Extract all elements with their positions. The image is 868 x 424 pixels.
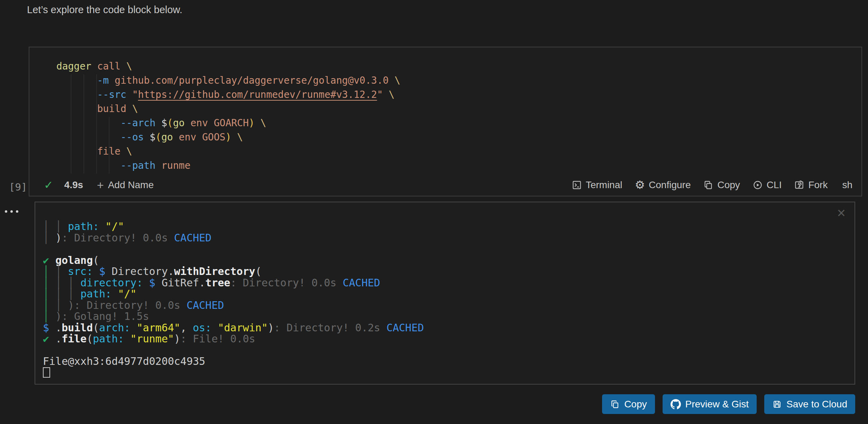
configure-button[interactable]: ⚙ Configure	[635, 179, 691, 191]
preview-gist-label: Preview & Gist	[685, 399, 749, 410]
terminal-button[interactable]: Terminal	[572, 179, 622, 191]
success-check-icon: ✓	[44, 178, 53, 192]
notebook-page: Let’s explore the code block below. [9] …	[0, 0, 868, 424]
terminal-icon	[572, 180, 582, 190]
copy-output-label: Copy	[624, 399, 647, 410]
save-to-cloud-label: Save to Cloud	[786, 399, 847, 410]
copy-icon	[703, 180, 713, 190]
save-icon	[772, 399, 782, 409]
output-actions: Copy Preview & Gist Save to Cloud	[602, 394, 855, 414]
configure-label: Configure	[649, 179, 691, 191]
play-circle-icon	[752, 180, 763, 190]
copy-output-button[interactable]: Copy	[602, 394, 655, 414]
output-panel: × │ │ path: "/"│ ): Directory! 0.0s CACH…	[35, 202, 855, 385]
fork-label: Fork	[808, 179, 828, 191]
language-indicator: sh	[842, 179, 852, 191]
github-icon	[671, 399, 681, 409]
close-icon[interactable]: ×	[837, 206, 846, 220]
execution-count: [9]	[9, 181, 27, 193]
code-cell: dagger call \ -m github.com/purpleclay/d…	[29, 47, 862, 196]
copy-label: Copy	[717, 179, 740, 191]
terminal-output[interactable]: │ │ path: "/"│ ): Directory! 0.0s CACHED…	[43, 221, 424, 378]
add-name-button[interactable]: Add Name	[108, 179, 154, 191]
intro-text: Let’s explore the code block below.	[27, 4, 182, 16]
execution-duration: 4.9s	[64, 179, 83, 191]
plus-icon: +	[97, 178, 104, 192]
fork-button[interactable]: Fork	[794, 179, 828, 191]
cell-status-bar: ✓ 4.9s + Add Name Terminal ⚙ Configure	[29, 174, 861, 196]
preview-gist-button[interactable]: Preview & Gist	[663, 394, 757, 414]
gear-icon: ⚙	[635, 180, 645, 190]
save-to-cloud-button[interactable]: Save to Cloud	[764, 394, 855, 414]
copy-icon	[610, 399, 620, 409]
copy-cell-button[interactable]: Copy	[703, 179, 740, 191]
terminal-label: Terminal	[586, 179, 622, 191]
cli-button[interactable]: CLI	[752, 179, 782, 191]
cli-label: CLI	[767, 179, 782, 191]
code-editor[interactable]: dagger call \ -m github.com/purpleclay/d…	[56, 59, 400, 173]
fork-icon	[794, 180, 804, 190]
more-actions-icon[interactable]	[5, 210, 18, 213]
